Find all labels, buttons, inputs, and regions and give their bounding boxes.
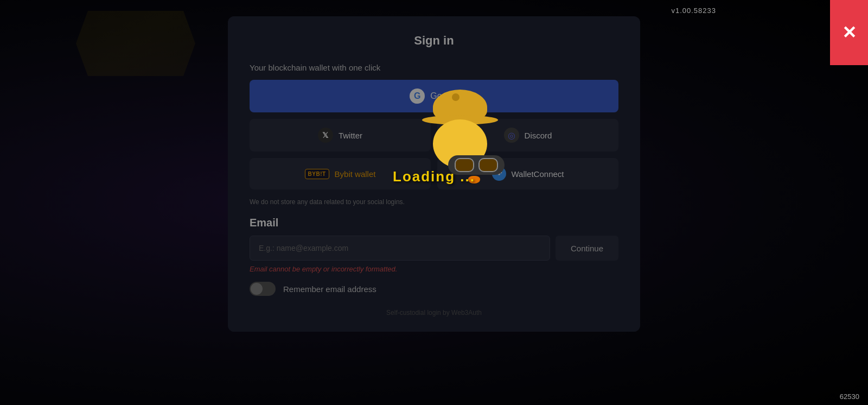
loading-text: Loading ... xyxy=(393,168,475,185)
goggle-lens-right xyxy=(478,158,498,172)
mascot-face xyxy=(433,119,487,168)
bottom-counter: 62530 xyxy=(840,393,859,401)
mascot-character xyxy=(417,92,503,179)
close-button[interactable]: ✕ xyxy=(830,0,868,65)
close-icon: ✕ xyxy=(842,24,857,41)
version-label: v1.00.58233 xyxy=(671,7,716,15)
